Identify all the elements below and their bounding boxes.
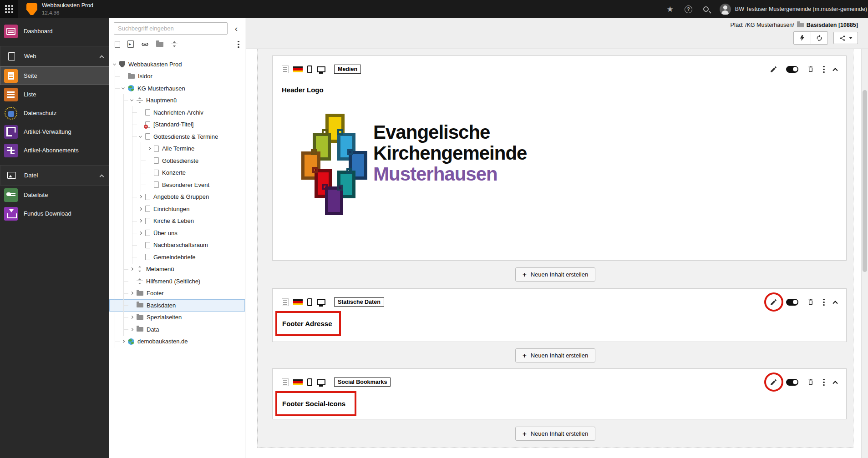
expand-icon[interactable] [120, 336, 127, 348]
new-divider-button[interactable] [171, 39, 178, 49]
tree-node-besonderer-event[interactable]: Besonderer Event [109, 179, 245, 191]
expand-icon[interactable] [146, 143, 152, 155]
tree-node-hauptmen[interactable]: Hauptmenü [109, 95, 245, 107]
expand-icon[interactable] [128, 323, 135, 336]
user-menu[interactable]: BW Testuser Mustergemeinde (m.muster-gem… [720, 4, 867, 15]
sidebar-item-dateiliste[interactable]: Dateiliste [0, 186, 109, 204]
visibility-toggle[interactable] [786, 377, 798, 387]
expand-icon[interactable] [128, 312, 135, 324]
app-grid-button[interactable] [0, 0, 18, 18]
mobile-icon [307, 65, 312, 73]
chevron-up-icon [100, 174, 104, 179]
sidebar-item-artikel-verwaltung[interactable]: Artikel-Verwaltung [0, 122, 109, 141]
tree-node-standard-titel[interactable]: [Standard-Titel] [109, 119, 245, 131]
tree-more-button[interactable] [238, 39, 239, 49]
scrollbar-thumb[interactable] [863, 90, 867, 272]
sidebar-item-seite[interactable]: Seite [0, 66, 109, 85]
expand-icon[interactable] [137, 227, 144, 239]
search-input[interactable] [114, 22, 228, 35]
sidebar-item-dashboard[interactable]: Dashboard [0, 22, 109, 40]
tree-node-nachrichten-archiv[interactable]: Nachrichten-Archiv [109, 106, 245, 119]
shortcut-page-icon [127, 40, 134, 48]
new-content-label: Neuen Inhalt erstellen [531, 352, 588, 359]
sidebar-item-datenschutz[interactable]: Datenschutz [0, 104, 109, 122]
app-brand[interactable]: Webbaukasten Prod 12.4.36 [18, 2, 93, 16]
collapse-icon[interactable] [128, 95, 135, 107]
new-content-button[interactable]: + Neuen Inhalt erstellen [515, 267, 595, 282]
german-flag-icon [293, 66, 303, 72]
new-folder-button[interactable] [156, 39, 163, 49]
search-button[interactable] [703, 0, 709, 18]
tree-guide [109, 167, 118, 179]
module-sidebar: DashboardWebSeiteListeDatenschutzArtikel… [0, 18, 109, 458]
help-button[interactable]: ? [685, 0, 692, 18]
new-content-button[interactable]: + Neuen Inhalt erstellen [515, 348, 595, 362]
tree-node-isidor[interactable]: Isidor [109, 70, 245, 83]
new-link-button[interactable] [141, 39, 149, 49]
tree-node-alle-termine[interactable]: Alle Termine [109, 143, 245, 155]
expand-icon[interactable] [128, 263, 135, 276]
delete-button[interactable] [807, 64, 814, 74]
tree-node-footer[interactable]: Footer [109, 287, 245, 300]
tree-node-gottesdienste-termine[interactable]: Gottesdienste & Termine [109, 131, 245, 143]
tree-node-metamen[interactable]: Metamenü [109, 263, 245, 276]
tree-node-basisdaten[interactable]: Basisdaten [109, 299, 245, 312]
edit-button-annotated[interactable] [770, 377, 777, 387]
tree-guide [127, 106, 135, 119]
tree-node-ber-uns[interactable]: Über uns [109, 227, 245, 239]
expand-icon[interactable] [137, 215, 144, 227]
tree-node-kirche-leben[interactable]: Kirche & Leben [109, 215, 245, 227]
new-page-icon [115, 41, 120, 48]
sidebar-group-datei[interactable]: Datei [0, 165, 109, 186]
more-button[interactable] [823, 64, 825, 74]
scrollbar[interactable] [861, 49, 868, 458]
edit-button-annotated[interactable] [770, 297, 777, 307]
collapse-element-button[interactable] [833, 377, 837, 387]
divider-icon [137, 278, 143, 284]
new-page-button[interactable] [115, 39, 120, 49]
tree-node-gemeindebriefe[interactable]: Gemeindebriefe [109, 251, 245, 263]
tree-node-einrichtungen[interactable]: Einrichtungen [109, 203, 245, 215]
visibility-toggle[interactable] [786, 64, 798, 74]
sidebar-item-fundus-download[interactable]: Fundus Download [0, 204, 109, 223]
edit-button[interactable] [770, 64, 777, 74]
expand-icon[interactable] [128, 287, 135, 300]
collapse-icon[interactable] [137, 131, 144, 143]
tree-node-kg-musterhausen[interactable]: KG Musterhausen [109, 82, 245, 95]
more-button[interactable] [823, 297, 825, 307]
collapse-icon[interactable] [111, 58, 118, 70]
church-logo: Evangelische Kirchengemeinde Musterhause… [298, 111, 676, 220]
tree-node-demobaukasten-de[interactable]: demobaukasten.de [109, 336, 245, 348]
collapse-element-button[interactable] [833, 297, 837, 307]
tree-node-hilfsmen-seitliche[interactable]: Hilfsmenü (Seitliche) [109, 275, 245, 287]
tree-node-gottesdienste[interactable]: Gottesdienste [109, 155, 245, 167]
delete-button[interactable] [807, 377, 814, 387]
tree-node-nachbarschaftsraum[interactable]: Nachbarschaftsraum [109, 239, 245, 252]
toggle-on-icon [786, 379, 798, 386]
delete-button[interactable] [807, 297, 814, 307]
app-version: 12.4.36 [42, 10, 93, 16]
tree-node-konzerte[interactable]: Konzerte [109, 167, 245, 179]
tree-node-spezialseiten[interactable]: Spezialseiten [109, 312, 245, 324]
expand-icon[interactable] [137, 191, 144, 203]
visibility-toggle[interactable] [786, 297, 798, 307]
bookmark-button[interactable]: ★ [667, 0, 674, 18]
collapse-panel-button[interactable]: ‹ [231, 24, 241, 33]
refresh-button[interactable] [811, 32, 827, 44]
tree-node-angebote-gruppen[interactable]: Angebote & Gruppen [109, 191, 245, 203]
file-icon [5, 169, 18, 182]
sidebar-group-web[interactable]: Web [0, 46, 109, 66]
more-button[interactable] [823, 377, 825, 387]
tree-node-webbaukasten-prod[interactable]: Webbaukasten Prod [109, 58, 245, 70]
share-button[interactable] [833, 32, 858, 44]
collapse-icon[interactable] [120, 82, 127, 95]
new-content-button[interactable]: + Neuen Inhalt erstellen [515, 427, 595, 441]
collapse-element-button[interactable] [833, 64, 837, 74]
clear-cache-button[interactable] [794, 32, 811, 44]
docheader: Pfad: /KG Musterhausen/ Basisdaten [1088… [246, 18, 868, 49]
new-shortcut-page-button[interactable] [127, 39, 134, 49]
sidebar-item-liste[interactable]: Liste [0, 85, 109, 104]
expand-icon[interactable] [137, 203, 144, 215]
tree-node-data[interactable]: Data [109, 323, 245, 336]
sidebar-item-artikel-abonnements[interactable]: Artikel-Abonnements [0, 141, 109, 160]
